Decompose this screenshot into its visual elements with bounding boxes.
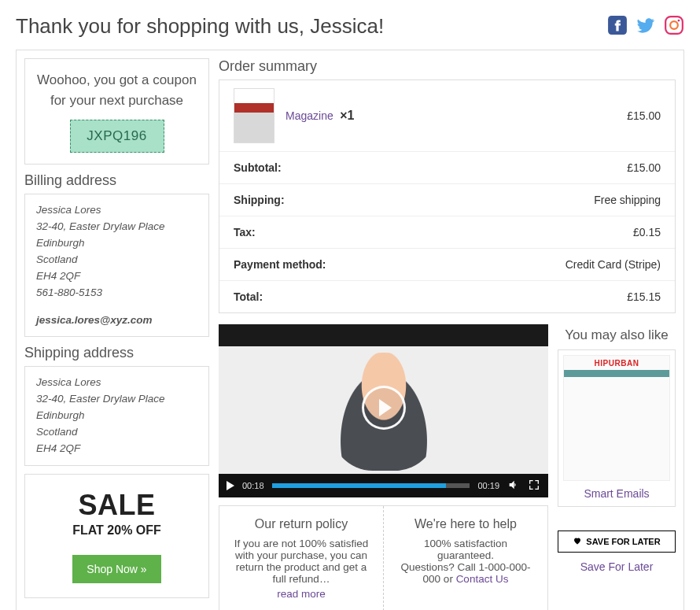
shipping-title: Shipping address (24, 345, 209, 361)
video-topbar (219, 324, 548, 346)
instagram-icon[interactable] (664, 15, 684, 39)
billing-region: Scotland (36, 252, 197, 268)
return-policy-box: Our return policy If you are not 100% sa… (219, 506, 383, 610)
billing-title: Billing address (24, 172, 209, 189)
progress-bar[interactable] (272, 483, 470, 488)
billing-name: Jessica Lores (36, 202, 197, 219)
billing-street: 32-40, Easter Drylaw Place (36, 219, 197, 235)
item-thumbnail (234, 88, 274, 143)
twitter-icon[interactable] (636, 15, 656, 39)
billing-email: jessica.lores@xyz.com (36, 312, 197, 329)
svg-rect-1 (665, 17, 683, 34)
play-button[interactable] (362, 386, 406, 430)
reco-image[interactable]: HIPURBAN (563, 355, 670, 481)
facebook-icon[interactable] (607, 15, 628, 39)
item-name: Magazine (286, 109, 333, 122)
save-btn-label: SAVE FOR LATER (586, 537, 660, 546)
coupon-message: Woohoo, you got a coupon for your next p… (36, 70, 197, 110)
row-value: £0.15 (633, 226, 661, 238)
shipping-postcode: EH4 2QF (36, 441, 197, 457)
billing-phone: 561-880-5153 (36, 285, 197, 301)
row-value: Credit Card (Stripe) (566, 258, 661, 271)
play-icon[interactable] (227, 481, 234, 490)
svg-point-2 (670, 21, 678, 29)
return-body: If you are not 100% satisfied with your … (234, 538, 369, 585)
summary-row: Payment method: Credit Card (Stripe) (219, 249, 675, 281)
coupon-code[interactable]: JXPQ196 (70, 120, 164, 153)
order-summary: Magazine ×1 £15.00 Subtotal: £15.00 Ship… (219, 79, 676, 313)
shipping-street: 32-40, Easter Drylaw Place (36, 391, 197, 408)
summary-row: Shipping: Free shipping (219, 184, 675, 216)
thank-you-video: 00:18 00:19 (219, 324, 548, 497)
row-value: £15.15 (627, 290, 661, 303)
billing-address: Jessica Lores 32-40, Easter Drylaw Place… (24, 194, 209, 337)
billing-city: Edinburgh (36, 235, 197, 252)
coupon-card: Woohoo, you got a coupon for your next p… (24, 58, 209, 165)
promo-banner: SALE FLAT 20% OFF Shop Now » (24, 474, 209, 598)
row-label: Subtotal: (234, 161, 282, 174)
fullscreen-icon[interactable] (528, 479, 540, 493)
contact-link[interactable]: Contact Us (456, 573, 509, 585)
sale-headline: SALE (33, 489, 201, 522)
summary-row: Subtotal: £15.00 (219, 152, 675, 184)
shop-now-button[interactable]: Shop Now » (72, 555, 160, 583)
help-box: We're here to help 100% satisfaction gua… (383, 506, 547, 610)
volume-icon[interactable] (507, 479, 520, 493)
row-label: Tax: (234, 226, 256, 238)
shipping-name: Jessica Lores (36, 375, 197, 391)
save-for-later-link[interactable]: Save For Later (558, 560, 676, 573)
recommendation-card: HIPURBAN Smart Emails (558, 349, 676, 507)
time-elapsed: 00:18 (242, 481, 264, 490)
return-title: Our return policy (234, 517, 369, 531)
row-label: Shipping: (234, 194, 285, 206)
social-links (607, 15, 684, 39)
item-price: £15.00 (627, 109, 661, 122)
help-title: We're here to help (398, 517, 533, 531)
order-summary-title: Order summary (219, 58, 676, 75)
row-value: £15.00 (627, 161, 661, 174)
row-label: Total: (234, 290, 263, 303)
order-item: Magazine ×1 £15.00 (219, 80, 675, 152)
sale-sub: FLAT 20% OFF (33, 523, 201, 538)
row-value: Free shipping (594, 194, 661, 206)
reco-link[interactable]: Smart Emails (563, 487, 670, 500)
time-total: 00:19 (477, 481, 499, 490)
heart-icon (573, 536, 582, 547)
billing-postcode: EH4 2QF (36, 268, 197, 285)
recommendations-title: You may also like (558, 327, 676, 343)
video-controls: 00:18 00:19 (219, 474, 548, 497)
page-title: Thank you for shopping with us, Jessica! (16, 14, 384, 39)
summary-row: Total: £15.15 (219, 281, 675, 312)
read-more-link[interactable]: read more (234, 588, 369, 600)
svg-point-3 (678, 19, 680, 21)
help-body1: 100% satisfaction guaranteed. (424, 538, 507, 561)
save-for-later-button[interactable]: SAVE FOR LATER (558, 531, 676, 553)
shipping-address: Jessica Lores 32-40, Easter Drylaw Place… (24, 366, 209, 466)
item-qty: ×1 (340, 109, 354, 122)
shipping-region: Scotland (36, 424, 197, 441)
summary-row: Tax: £0.15 (219, 216, 675, 249)
row-label: Payment method: (234, 258, 326, 271)
shipping-city: Edinburgh (36, 408, 197, 424)
